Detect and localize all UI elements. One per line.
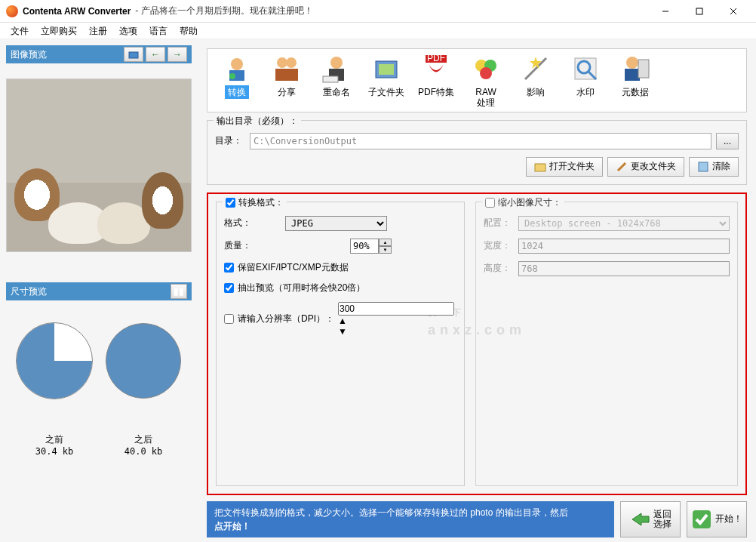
output-directory-group: 输出目录（必须）： 目录： ... 打开文件夹 更改文件夹 清除: [207, 120, 747, 185]
tab-rename[interactable]: 重命名: [313, 54, 360, 110]
svg-line-30: [618, 163, 625, 171]
watermark-icon: [570, 54, 601, 84]
shrink-checkbox[interactable]: [485, 198, 495, 208]
minimize-button[interactable]: [648, 0, 682, 23]
browse-button[interactable]: ...: [716, 133, 739, 149]
tab-effects[interactable]: 影响: [512, 54, 559, 110]
format-select[interactable]: JPEG: [285, 216, 387, 231]
convert-panel: 安 下anxz.com 转换格式： 格式： JPEG 质量： ▲▼: [207, 192, 747, 495]
back-button[interactable]: 返回 选择: [620, 501, 681, 537]
image-preview-header: 图像预览 ← →: [6, 45, 192, 63]
change-folder-button[interactable]: 更改文件夹: [607, 157, 684, 177]
before-pie-icon: [17, 323, 92, 399]
keep-exif-label: 保留EXIF/IPTC/XMP元数据: [238, 261, 349, 274]
clear-icon: [697, 161, 709, 173]
menu-register[interactable]: 注册: [83, 23, 113, 38]
pause-button[interactable]: ▮▮: [171, 284, 187, 299]
width-input[interactable]: [518, 239, 730, 254]
before-label: 之前: [45, 433, 63, 446]
menu-file[interactable]: 文件: [5, 23, 35, 38]
svg-rect-15: [379, 64, 394, 75]
extract-preview-checkbox[interactable]: [224, 283, 234, 293]
size-preview-label: 尺寸预览: [11, 285, 47, 298]
menu-help[interactable]: 帮助: [174, 23, 204, 38]
tab-watermark[interactable]: 水印: [562, 54, 609, 110]
tip-box: 把文件转换成别的格式，减少大小。选择一个能够保存转换过的 photo 的输出目录…: [207, 501, 614, 537]
height-label: 高度：: [484, 262, 514, 275]
menubar: 文件 立即购买 注册 选项 语言 帮助: [0, 23, 756, 39]
tab-convert[interactable]: 转换: [214, 54, 260, 110]
clear-button[interactable]: 清除: [689, 157, 739, 177]
tab-share[interactable]: 分享: [263, 54, 310, 110]
convert-format-group: 转换格式： 格式： JPEG 质量： ▲▼ 保留EXIF/IPTC/XMP: [216, 202, 465, 486]
pencil-icon: [616, 161, 628, 173]
svg-text:PDF: PDF: [427, 54, 445, 63]
subfolder-icon: [371, 54, 401, 84]
svg-rect-10: [275, 69, 298, 81]
svg-rect-27: [625, 69, 640, 81]
tab-metadata[interactable]: 元数据: [612, 54, 659, 110]
app-title: Contenta ARW Converter: [23, 6, 131, 17]
convert-format-checkbox[interactable]: [226, 198, 235, 208]
preview-refresh-button[interactable]: [124, 47, 143, 62]
svg-point-11: [330, 57, 343, 69]
menu-language[interactable]: 语言: [143, 23, 174, 38]
check-icon: [691, 509, 712, 530]
dpi-spinner[interactable]: ▲▼: [338, 302, 454, 337]
raw-icon: [471, 54, 501, 84]
quality-label: 质量：: [224, 239, 281, 252]
after-label: 之后: [134, 433, 152, 446]
quality-spinner[interactable]: ▲▼: [350, 239, 392, 254]
share-icon: [272, 54, 302, 84]
size-comparison: 之前 30.4 kb 之后 40.0 kb: [6, 300, 192, 464]
tab-pdf[interactable]: PDF PDF特集: [413, 54, 459, 110]
tab-subfolder[interactable]: 子文件夹: [363, 54, 410, 110]
close-button[interactable]: [716, 0, 750, 23]
preset-select[interactable]: Desktop screen - 1024x768: [518, 216, 730, 231]
start-button[interactable]: 开始！: [687, 501, 747, 537]
svg-rect-13: [323, 76, 338, 82]
svg-rect-28: [638, 60, 649, 78]
bottom-bar: 把文件转换成别的格式，减少大小。选择一个能够保存转换过的 photo 的输出目录…: [207, 501, 747, 537]
dir-input[interactable]: [250, 133, 711, 149]
menu-options[interactable]: 选项: [113, 23, 143, 38]
convert-icon: [222, 54, 252, 84]
svg-point-5: [231, 58, 243, 70]
shrink-group: 缩小图像尺寸： 配置： Desktop screen - 1024x768 宽度…: [475, 202, 738, 486]
left-panel: 图像预览 ← → 尺寸预览 ▮▮ 之前 30.4 kb 之后: [0, 39, 198, 542]
menu-buy[interactable]: 立即购买: [35, 23, 83, 38]
svg-rect-1: [696, 8, 702, 14]
dir-label: 目录：: [215, 134, 245, 147]
tab-strip: 转换 分享 重命名 子文件夹 PDF PDF特集 RAW 处理: [207, 48, 747, 112]
preview-next-button[interactable]: →: [167, 47, 187, 62]
open-folder-button[interactable]: 打开文件夹: [526, 157, 603, 177]
back-arrow-icon: [629, 509, 650, 530]
size-preview-header: 尺寸预览 ▮▮: [6, 282, 192, 300]
maximize-button[interactable]: [682, 0, 716, 23]
metadata-icon: [620, 54, 650, 84]
app-subtitle: - 产品将在一个月期后到期。现在就注册吧！: [135, 5, 312, 17]
svg-point-26: [626, 57, 638, 69]
keep-exif-checkbox[interactable]: [224, 263, 234, 273]
svg-marker-22: [530, 57, 542, 69]
folder-icon: [534, 161, 546, 173]
svg-point-8: [277, 57, 287, 68]
output-legend: 输出目录（必须）：: [214, 115, 301, 128]
preview-image: [6, 79, 192, 252]
preset-label: 配置：: [484, 217, 514, 229]
dpi-checkbox[interactable]: [224, 314, 234, 324]
effects-icon: [521, 54, 551, 84]
extract-preview-label: 抽出预览（可用时将会快20倍）: [238, 282, 365, 294]
tab-raw[interactable]: RAW 处理: [463, 54, 509, 110]
after-pie-icon: [106, 323, 181, 399]
titlebar: Contenta ARW Converter - 产品将在一个月期后到期。现在就…: [0, 0, 756, 23]
convert-legend: 转换格式：: [238, 196, 284, 209]
preview-prev-button[interactable]: ←: [146, 47, 165, 62]
svg-point-20: [480, 67, 492, 79]
before-size: 30.4 kb: [35, 446, 74, 457]
app-icon: [6, 5, 18, 17]
height-input[interactable]: [518, 261, 730, 276]
after-size: 40.0 kb: [124, 446, 163, 457]
image-preview-label: 图像预览: [11, 48, 121, 61]
rename-icon: [321, 54, 352, 84]
